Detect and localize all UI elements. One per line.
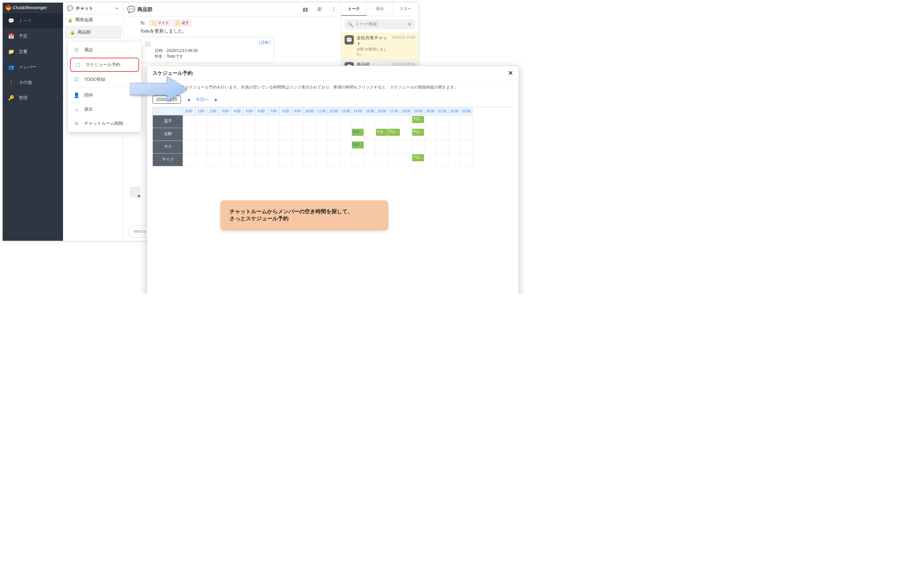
grid-cell[interactable] — [424, 128, 436, 141]
grid-cell[interactable] — [219, 128, 231, 141]
grid-cell[interactable] — [448, 141, 460, 153]
grid-cell[interactable] — [340, 153, 352, 166]
channel-item-selected[interactable]: 🔒 商品部 — [65, 27, 121, 38]
schedule-event[interactable]: 予定… — [376, 129, 388, 136]
grid-cell[interactable]: 商品… — [352, 141, 364, 153]
tab-star[interactable]: スター — [393, 3, 418, 16]
grid-cell[interactable] — [267, 153, 279, 166]
grid-cell[interactable] — [304, 116, 316, 128]
schedule-event[interactable]: 予定… — [412, 129, 424, 136]
grid-cell[interactable] — [376, 116, 388, 128]
grid-cell[interactable] — [231, 153, 243, 166]
grid-cell[interactable]: 予定… — [412, 116, 424, 128]
grid-cell[interactable] — [231, 141, 243, 153]
grid-cell[interactable] — [340, 128, 352, 141]
grid-cell[interactable] — [243, 153, 255, 166]
search-input[interactable]: 🔍 トーク検索 ⚙ — [345, 20, 415, 29]
grid-cell[interactable] — [328, 128, 340, 141]
tab-talk[interactable]: トーク — [341, 3, 367, 16]
nav-item-members[interactable]: 👥 メンバー — [3, 59, 63, 75]
nav-item-schedule[interactable]: 📅 予定 — [3, 29, 63, 44]
grid-cell[interactable] — [255, 128, 267, 141]
grid-cell[interactable] — [292, 141, 304, 153]
nav-item-other[interactable]: ⋮ その他 — [3, 75, 63, 90]
tab-attach[interactable]: 添付 — [367, 3, 393, 16]
grid-cell[interactable] — [292, 128, 304, 141]
grid-cell[interactable] — [328, 153, 340, 166]
grid-cell[interactable] — [219, 116, 231, 128]
grid-cell[interactable] — [183, 153, 195, 166]
grid-cell[interactable] — [400, 128, 412, 141]
grid-cell[interactable] — [388, 141, 400, 153]
recipient-chip[interactable]: 花子 — [173, 20, 191, 26]
nav-item-docs[interactable]: 📁 文書 — [3, 44, 63, 59]
grid-cell[interactable] — [219, 153, 231, 166]
list-item[interactable]: 💬 全社共有チャット 太郎 が参加しました。 11月15日 21:00 — [341, 33, 418, 59]
grid-cell[interactable] — [304, 141, 316, 153]
video-call-button[interactable]: ▮▮ — [303, 6, 308, 12]
chevron-right-icon[interactable]: ▶ — [215, 98, 218, 102]
chevron-left-icon[interactable]: ◀ — [187, 98, 190, 102]
ctx-leave[interactable]: ⎋退出 — [68, 102, 141, 116]
grid-cell[interactable] — [195, 153, 207, 166]
grid-cell[interactable] — [267, 128, 279, 141]
grid-cell[interactable] — [292, 116, 304, 128]
grid-cell[interactable] — [183, 141, 195, 153]
grid-cell[interactable] — [436, 116, 448, 128]
grid-cell[interactable] — [304, 153, 316, 166]
grid-cell[interactable] — [292, 153, 304, 166]
grid-cell[interactable] — [400, 141, 412, 153]
today-link[interactable]: 今日へ — [196, 97, 209, 103]
nav-item-admin[interactable]: 🔑 管理 › — [3, 90, 63, 106]
grid-cell[interactable] — [364, 128, 376, 141]
grid-cell[interactable] — [255, 141, 267, 153]
grid-cell[interactable] — [183, 116, 195, 128]
grid-cell[interactable] — [279, 153, 292, 166]
grid-cell[interactable] — [243, 116, 255, 128]
card-detail-link[interactable]: [ 詳細 ] — [259, 40, 270, 45]
grid-cell[interactable] — [412, 141, 424, 153]
grid-cell[interactable] — [207, 116, 219, 128]
grid-cell[interactable] — [316, 128, 328, 141]
nav-item-talk[interactable]: 💬 トーク — [3, 13, 63, 29]
close-button[interactable]: ✕ — [508, 69, 513, 77]
schedule-event[interactable]: 予定… — [388, 129, 400, 136]
grid-cell[interactable] — [448, 116, 460, 128]
voice-call-button[interactable]: ✆ — [317, 6, 322, 12]
grid-cell[interactable] — [460, 153, 472, 166]
schedule-event[interactable]: 商品… — [352, 141, 364, 149]
ctx-delete-room[interactable]: ⊖チャットルーム削除 — [68, 116, 141, 131]
grid-cell[interactable] — [436, 153, 448, 166]
grid-cell[interactable] — [316, 116, 328, 128]
grid-cell[interactable]: 予定… — [412, 128, 424, 141]
schedule-event[interactable]: 予定… — [412, 154, 424, 161]
grid-cell[interactable]: 予定… — [412, 153, 424, 166]
grid-cell[interactable] — [400, 153, 412, 166]
grid-cell[interactable] — [460, 116, 472, 128]
add-channel-button[interactable]: ＋ — [115, 6, 119, 11]
grid-cell[interactable] — [207, 141, 219, 153]
grid-cell[interactable] — [328, 141, 340, 153]
grid-cell[interactable] — [279, 128, 292, 141]
schedule-event[interactable]: 商品… — [352, 129, 364, 136]
ctx-schedule[interactable]: ▢スケジュール予約 — [70, 58, 139, 72]
grid-cell[interactable] — [207, 153, 219, 166]
grid-cell[interactable] — [316, 153, 328, 166]
ctx-call[interactable]: ✆通話 — [68, 43, 141, 57]
todo-card[interactable]: ☑ [ 詳細 ] 日時：2020/11/13 08:00 件名：Todoです — [140, 37, 274, 63]
grid-cell[interactable] — [183, 128, 195, 141]
grid-cell[interactable] — [279, 116, 292, 128]
recipient-chip[interactable]: マイク — [150, 20, 171, 26]
grid-cell[interactable] — [448, 128, 460, 141]
grid-cell[interactable] — [364, 153, 376, 166]
grid-cell[interactable] — [316, 141, 328, 153]
grid-cell[interactable] — [207, 128, 219, 141]
grid-cell[interactable] — [304, 128, 316, 141]
grid-cell[interactable] — [243, 141, 255, 153]
grid-cell[interactable] — [364, 141, 376, 153]
grid-cell[interactable] — [195, 128, 207, 141]
grid-cell[interactable] — [376, 141, 388, 153]
grid-cell[interactable] — [255, 153, 267, 166]
more-menu-button[interactable]: ⋮ — [331, 6, 336, 12]
grid-cell[interactable] — [424, 153, 436, 166]
